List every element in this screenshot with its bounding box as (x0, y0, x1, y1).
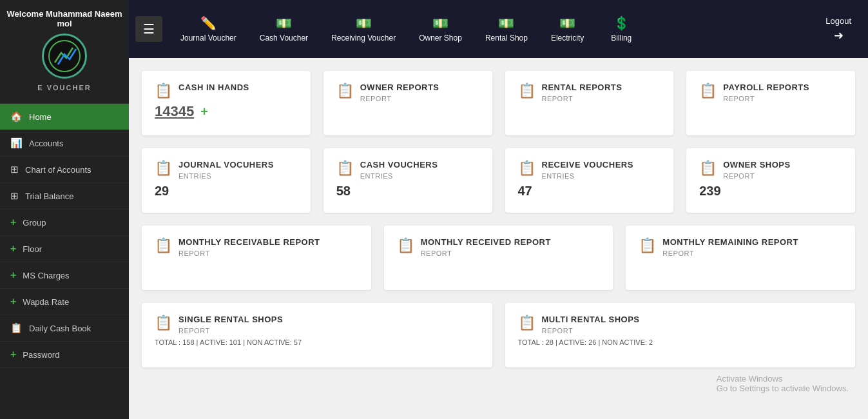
card-value: 14345 + (155, 103, 298, 120)
card-subtitle: REPORT (178, 249, 320, 257)
nav-owner-shop[interactable]: 💵 Owner Shop (407, 10, 474, 48)
nav-label: Journal Voucher (180, 34, 236, 43)
sidebar-item-label: Wapda Rate (23, 297, 69, 307)
nav-cash-voucher[interactable]: 💵 Cash Voucher (248, 10, 320, 48)
card-icon: 📋 (397, 237, 414, 254)
sidebar-item-home[interactable]: 🏠 Home (0, 104, 129, 130)
sidebar-brand: E VOUCHER (6, 84, 122, 97)
card-owner-reports[interactable]: 📋 OWNER REPORTS REPORT (323, 71, 492, 135)
card-title: SINGLE RENTAL SHOPS (178, 315, 283, 324)
plus-sign: + (200, 104, 208, 119)
card-number: 58 (336, 184, 479, 199)
card-cash-in-hands[interactable]: 📋 CASH IN HANDS 14345 + (142, 71, 311, 135)
sidebar-item-daily-cash-book[interactable]: 📋 Daily Cash Book (0, 315, 129, 342)
sidebar-item-label: Daily Cash Book (29, 324, 91, 333)
card-title: RECEIVE VOUCHERS (542, 160, 633, 170)
card-icon: 📋 (155, 237, 172, 254)
sidebar-nav: 🏠 Home 📊 Accounts ⊞ Chart of Accounts ⊞ … (0, 104, 129, 419)
card-title: OWNER SHOPS (723, 160, 790, 170)
card-title: MULTI RENTAL SHOPS (542, 315, 640, 324)
sidebar-item-wapda-rate[interactable]: + Wapda Rate (0, 289, 129, 315)
card-monthly-remaining[interactable]: 📋 MONTHLY REMAINING REPORT REPORT (626, 226, 855, 290)
journal-icon: ✏️ (200, 15, 217, 31)
card-icon: 📋 (336, 83, 354, 99)
card-number: 47 (518, 184, 661, 199)
welcome-text: Welcome Muhammad Naeem mol (6, 9, 122, 28)
accounts-icon: 📊 (10, 137, 23, 149)
sidebar-logo (42, 34, 87, 79)
nav-journal-voucher[interactable]: ✏️ Journal Voucher (169, 10, 248, 48)
cashbook-icon: 📋 (10, 322, 23, 334)
sidebar-item-label: Chart of Accounts (25, 165, 92, 175)
cards-row-4: 📋 SINGLE RENTAL SHOPS REPORT TOTAL : 158… (142, 303, 855, 367)
cash-icon: 💵 (276, 15, 292, 31)
card-subtitle: ENTRIES (360, 172, 438, 180)
card-icon: 📋 (155, 83, 172, 99)
plus-icon: + (10, 217, 16, 228)
nav-billing[interactable]: 💲 Billing (595, 10, 647, 48)
card-subtitle: ENTRIES (178, 172, 274, 180)
cash-amount: 14345 (155, 103, 194, 119)
sidebar-item-label: Trial Balance (25, 191, 73, 201)
receiving-icon: 💵 (356, 15, 372, 31)
card-monthly-received[interactable]: 📋 MONTHLY RECEIVED REPORT REPORT (384, 226, 613, 290)
sidebar-item-label: Floor (23, 244, 42, 254)
nav-label: Receiving Voucher (331, 34, 396, 43)
rental-shop-icon: 💵 (498, 15, 514, 31)
cards-row-3: 📋 MONTHLY RECEIVABLE REPORT REPORT 📋 MON… (142, 226, 855, 290)
card-multi-rental-shops[interactable]: 📋 MULTI RENTAL SHOPS REPORT TOTAL : 28 |… (505, 303, 856, 367)
sidebar-item-ms-charges[interactable]: + MS Charges (0, 262, 129, 289)
sidebar-item-label: Accounts (29, 139, 63, 148)
card-subtitle: REPORT (178, 327, 283, 335)
card-subtitle: REPORT (421, 249, 551, 257)
navbar-toggle-button[interactable]: ☰ (135, 16, 162, 42)
card-icon: 📋 (155, 315, 172, 331)
card-payroll-reports[interactable]: 📋 PAYROLL REPORTS REPORT (686, 71, 855, 135)
card-monthly-receivable[interactable]: 📋 MONTHLY RECEIVABLE REPORT REPORT (142, 226, 371, 290)
dashboard: 📋 CASH IN HANDS 14345 + 📋 OWNER REPORTS … (129, 58, 868, 419)
card-rental-reports[interactable]: 📋 RENTAL REPORTS REPORT (505, 71, 674, 135)
plus-icon: + (10, 243, 16, 255)
electricity-icon: 💵 (559, 15, 575, 31)
card-number: 239 (699, 184, 842, 199)
logout-button[interactable]: Logout ➜ (815, 11, 862, 48)
card-icon: 📋 (699, 83, 717, 99)
plus-icon: + (10, 269, 16, 281)
card-subtitle: REPORT (723, 172, 790, 180)
card-subtitle: REPORT (542, 327, 640, 335)
card-title: JOURNAL VOCUHERS (178, 160, 274, 170)
card-stats: TOTAL : 28 | ACTIVE: 26 | NON ACTIVE: 2 (518, 338, 843, 346)
nav-label: Rental Shop (485, 34, 528, 43)
plus-icon: + (10, 296, 16, 307)
card-journal-vouchers[interactable]: 📋 JOURNAL VOCUHERS ENTRIES 29 (142, 148, 311, 213)
sidebar-header: Welcome Muhammad Naeem mol E VOUCHER (0, 0, 129, 104)
sidebar-item-trial-balance[interactable]: ⊞ Trial Balance (0, 183, 129, 210)
nav-electricity[interactable]: 💵 Electricity (539, 10, 595, 48)
card-number: 29 (155, 184, 298, 199)
trial-icon: ⊞ (10, 190, 19, 202)
card-icon: 📋 (518, 315, 535, 331)
nav-rental-shop[interactable]: 💵 Rental Shop (474, 10, 539, 48)
sidebar-item-chart-of-accounts[interactable]: ⊞ Chart of Accounts (0, 157, 129, 183)
card-subtitle: REPORT (662, 249, 798, 257)
card-title: CASH IN HANDS (178, 83, 249, 92)
sidebar-item-label: MS Charges (23, 271, 69, 280)
card-owner-shops[interactable]: 📋 OWNER SHOPS REPORT 239 (686, 148, 855, 213)
sidebar-item-floor[interactable]: + Floor (0, 236, 129, 262)
sidebar-item-password[interactable]: + Password (0, 342, 129, 368)
card-icon: 📋 (155, 160, 172, 177)
card-cash-vouchers[interactable]: 📋 CASH VOUCHERS ENTRIES 58 (323, 148, 492, 213)
plus-icon: + (10, 349, 16, 360)
billing-icon: 💲 (613, 15, 630, 31)
card-title: RENTAL REPORTS (542, 83, 622, 92)
card-receive-vouchers[interactable]: 📋 RECEIVE VOUCHERS ENTRIES 47 (505, 148, 674, 213)
card-subtitle: ENTRIES (542, 172, 633, 180)
sidebar-item-accounts[interactable]: 📊 Accounts (0, 130, 129, 157)
nav-receiving-voucher[interactable]: 💵 Receiving Voucher (320, 10, 407, 48)
card-icon: 📋 (336, 160, 354, 177)
card-single-rental-shops[interactable]: 📋 SINGLE RENTAL SHOPS REPORT TOTAL : 158… (142, 303, 492, 367)
home-icon: 🏠 (10, 111, 23, 122)
sidebar-item-group[interactable]: + Group (0, 210, 129, 236)
card-stats: TOTAL : 158 | ACTIVE: 101 | NON ACTIVE: … (155, 338, 479, 346)
cards-row-2: 📋 JOURNAL VOCUHERS ENTRIES 29 📋 CASH VOU… (142, 148, 855, 213)
